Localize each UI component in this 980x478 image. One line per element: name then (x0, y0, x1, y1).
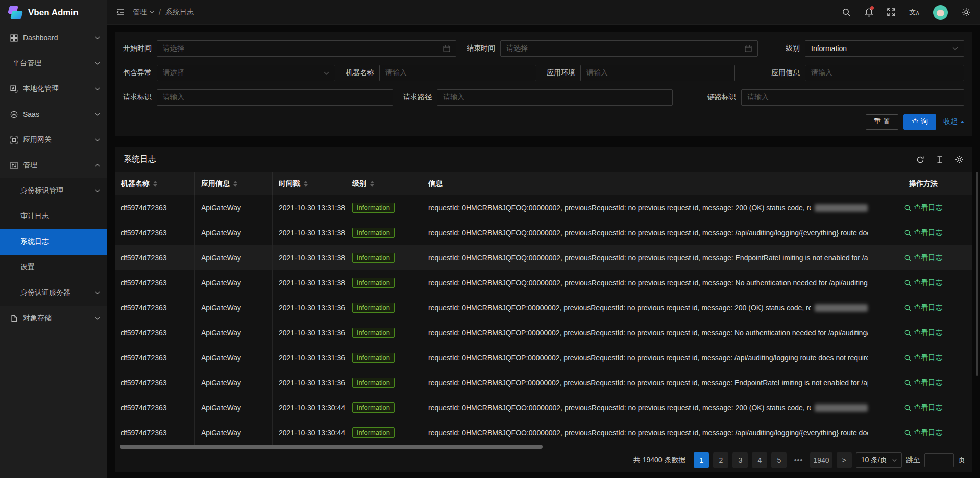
level-badge: Information (352, 303, 395, 313)
end-time-date-picker[interactable]: 请选择 (500, 40, 758, 57)
bell-icon[interactable] (865, 8, 873, 17)
cell-actions: 查看日志 (874, 270, 972, 295)
avatar[interactable] (933, 5, 948, 20)
row-height-icon[interactable] (936, 156, 943, 164)
sidebar-item-gateway[interactable]: 应用网关 (0, 127, 107, 153)
column-header-时间戳[interactable]: 时间戳 (273, 172, 346, 195)
sidebar-item-dashboard[interactable]: Dashboard (0, 25, 107, 51)
chevron-down-icon (95, 62, 100, 65)
cell-app-info: ApiGateWay (195, 220, 273, 245)
level-select[interactable]: Information (805, 40, 964, 57)
view-log-link[interactable]: 查看日志 (880, 278, 966, 287)
sidebar-item-identity[interactable]: 身份标识管理 (0, 178, 107, 204)
column-header-级别[interactable]: 级别 (346, 172, 422, 195)
column-header-应用信息[interactable]: 应用信息 (195, 172, 273, 195)
view-log-link[interactable]: 查看日志 (880, 428, 966, 437)
include-exception-select[interactable]: 请选择 (157, 65, 335, 81)
settings-icon[interactable] (962, 8, 971, 17)
cell-message: requestId: 0HMCRBM8JQFOQ:00000002, previ… (422, 245, 874, 270)
sort-icon[interactable] (370, 181, 374, 187)
cell-level: Information (346, 245, 422, 270)
next-page-button[interactable]: > (837, 452, 852, 468)
jump-label: 跳至 (906, 456, 920, 465)
search-icon[interactable] (842, 8, 851, 17)
trace-id-input[interactable]: 请输入 (741, 89, 964, 106)
view-log-link[interactable]: 查看日志 (880, 228, 966, 237)
sidebar-item-settings[interactable]: 设置 (0, 255, 107, 280)
chevron-down-icon (95, 138, 100, 141)
sidebar-menu: Dashboard平台管理本地化管理Saas应用网关管理身份标识管理审计日志系统… (0, 25, 107, 331)
total-count: 共 19400 条数据 (633, 456, 686, 465)
refresh-icon[interactable] (916, 156, 924, 164)
sidebar-item-object-storage[interactable]: 对象存储 (0, 306, 107, 331)
view-log-link[interactable]: 查看日志 (880, 253, 966, 262)
page-button-2[interactable]: 2 (713, 452, 728, 468)
search-button[interactable]: 查 询 (903, 114, 936, 130)
cell-timestamp: 2021-10-30 13:31:38 (273, 270, 346, 295)
page-button-1[interactable]: 1 (694, 452, 709, 468)
sidebar-item-localization[interactable]: 本地化管理 (0, 76, 107, 102)
level-label: 级别 (786, 44, 800, 53)
table-row: df5974d72363ApiGateWay2021-10-30 13:31:3… (115, 270, 972, 295)
menu-fold-icon[interactable] (116, 8, 125, 16)
column-settings-icon[interactable] (955, 155, 964, 164)
level-badge: Information (352, 402, 395, 413)
fullscreen-icon[interactable] (887, 8, 895, 16)
view-log-link[interactable]: 查看日志 (880, 303, 966, 312)
page-button-4[interactable]: 4 (752, 452, 767, 468)
breadcrumb-current[interactable]: 系统日志 (165, 8, 194, 17)
page-button-3[interactable]: 3 (732, 452, 748, 468)
cell-timestamp: 2021-10-30 13:31:38 (273, 220, 346, 245)
view-log-link[interactable]: 查看日志 (880, 353, 966, 362)
view-log-link[interactable]: 查看日志 (880, 328, 966, 337)
request-path-input[interactable]: 请输入 (437, 89, 673, 106)
page-ellipsis: ••• (791, 452, 806, 468)
view-log-link[interactable]: 查看日志 (880, 203, 966, 212)
sidebar-item-label: 平台管理 (13, 59, 41, 68)
sort-icon[interactable] (153, 181, 157, 187)
breadcrumb-root[interactable]: 管理 (133, 8, 154, 17)
column-header-机器名称[interactable]: 机器名称 (115, 172, 195, 195)
sidebar-item-audit-log[interactable]: 审计日志 (0, 204, 107, 229)
request-id-input[interactable]: 请输入 (157, 89, 393, 106)
cell-app-info: ApiGateWay (195, 395, 273, 420)
cell-message: requestId: 0HMCRBM8JQFOQ:00000002, previ… (422, 195, 874, 220)
vertical-scrollbar[interactable] (976, 172, 978, 376)
translate-icon[interactable]: 文A (909, 8, 919, 17)
machine-name-input[interactable]: 请输入 (379, 65, 536, 81)
magnifier-icon (904, 255, 911, 261)
column-header-操作方法: 操作方法 (874, 172, 972, 195)
level-badge: Information (352, 328, 395, 338)
cell-timestamp: 2021-10-30 13:31:36 (273, 370, 346, 395)
sort-icon[interactable] (304, 181, 308, 187)
view-log-link[interactable]: 查看日志 (880, 403, 966, 412)
table-row: df5974d72363ApiGateWay2021-10-30 13:31:3… (115, 320, 972, 345)
cell-level: Information (346, 295, 422, 320)
sidebar-item-label: 审计日志 (20, 212, 49, 221)
app-environment-input[interactable]: 请输入 (580, 65, 735, 81)
reset-button[interactable]: 重 置 (866, 114, 898, 130)
page-size-select[interactable]: 10 条/页 (856, 452, 902, 468)
sidebar-item-saas[interactable]: Saas (0, 102, 107, 127)
view-log-link[interactable]: 查看日志 (880, 378, 966, 387)
calendar-icon (443, 45, 450, 52)
chevron-down-icon (95, 87, 100, 90)
cell-level: Information (346, 345, 422, 370)
log-table-panel: 系统日志 机器名称应用信息时间戳级别信息操作方法 df5974d72363Api… (115, 147, 972, 472)
sort-icon[interactable] (233, 181, 237, 187)
sidebar-item-auth-server[interactable]: 身份认证服务器 (0, 280, 107, 306)
sidebar-item-manage[interactable]: 管理 (0, 153, 107, 178)
pagination: 共 19400 条数据 12345•••1940 > 10 条/页 跳至 页 (633, 452, 965, 468)
collapse-link[interactable]: 收起 (943, 117, 964, 127)
jump-page-input[interactable] (924, 453, 954, 467)
sidebar-item-system-log[interactable]: 系统日志 (0, 229, 107, 255)
start-time-date-picker[interactable]: 请选择 (157, 40, 456, 57)
cell-message: requestId: 0HMCRBM8JQFOO:00000002, previ… (422, 395, 874, 420)
page-button-1940[interactable]: 1940 (810, 452, 832, 468)
page-button-5[interactable]: 5 (771, 452, 787, 468)
app-logo[interactable]: Vben Admin (0, 0, 107, 25)
app-info-input[interactable]: 请输入 (805, 65, 964, 81)
cell-machine-name: df5974d72363 (115, 345, 195, 370)
horizontal-scrollbar[interactable] (120, 445, 543, 449)
sidebar-item-platform[interactable]: 平台管理 (0, 51, 107, 76)
